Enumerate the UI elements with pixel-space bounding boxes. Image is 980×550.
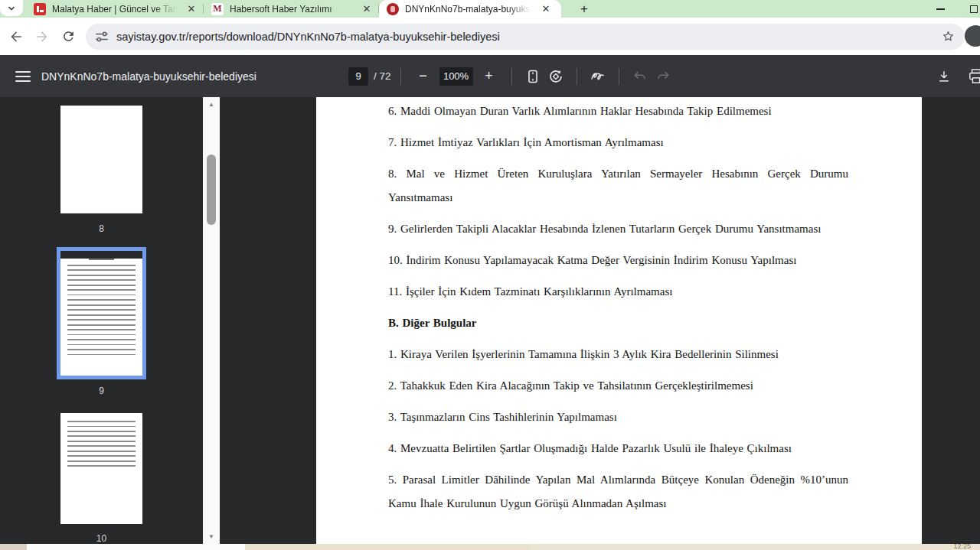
profile-avatar[interactable] bbox=[965, 25, 980, 47]
pdf-viewer-canvas[interactable]: 6. Maddi Olmayan Duran Varlık Alımlarını… bbox=[220, 97, 980, 544]
thumbnail-page-number: 10 bbox=[96, 533, 106, 544]
zoom-in-button[interactable]: + bbox=[478, 65, 501, 88]
undo-icon bbox=[632, 69, 648, 84]
url-text[interactable]: sayistay.gov.tr/reports/download/DNYnKnN… bbox=[116, 31, 941, 43]
tab-close-icon[interactable]: ✕ bbox=[540, 3, 552, 15]
browser-tab-1[interactable]: Malatya Haber | Güncel ve Tara✕ bbox=[26, 0, 204, 18]
sidebar-scrollbar[interactable]: ▲ ▼ bbox=[203, 97, 220, 544]
back-icon bbox=[8, 29, 24, 44]
desktop-taskbar-sliver: 12:25 bbox=[0, 544, 980, 550]
redo-button[interactable] bbox=[652, 65, 675, 88]
pdf-page-zoom-controls: 9 / 72 − 100% + bbox=[348, 55, 675, 97]
forward-icon bbox=[34, 29, 50, 44]
pdf-toolbar: DNYnKnNo7b-malatya-buyuksehir-belediyesi… bbox=[0, 55, 980, 97]
reload-icon bbox=[61, 29, 76, 44]
pdf-page: 6. Maddi Olmayan Duran Varlık Alımlarını… bbox=[316, 97, 922, 544]
undo-button[interactable] bbox=[629, 65, 652, 88]
annotate-pen-icon bbox=[590, 68, 606, 85]
document-paragraph: 1. Kiraya Verilen İşyerlerinin Tamamına … bbox=[388, 343, 848, 366]
taskbar-clock: 12:25 bbox=[953, 542, 971, 550]
tab-close-icon[interactable]: ✕ bbox=[361, 3, 373, 15]
document-paragraph: 5. Parasal Limitler Dâhilinde Yapılan Ma… bbox=[388, 468, 848, 516]
print-button[interactable] bbox=[965, 65, 980, 88]
print-icon bbox=[968, 69, 980, 84]
toolbar-divider bbox=[619, 68, 619, 85]
document-paragraph: 4. Mevzuatta Belirtilen Şartlar Oluşmadı… bbox=[388, 437, 848, 461]
selected-thumbnail-frame bbox=[57, 247, 146, 379]
pdf-toolbar-right bbox=[933, 55, 980, 97]
thumbnail-page-number: 9 bbox=[99, 386, 104, 396]
document-heading: B. Diğer Bulgular bbox=[388, 311, 848, 335]
reload-button[interactable] bbox=[55, 24, 81, 50]
red-badge-favicon-icon bbox=[34, 3, 46, 15]
document-paragraph: 7. Hizmet İmtiyaz Varlıkları İçin Amorti… bbox=[388, 131, 848, 155]
pdf-document-title: DNYnKnNo7b-malatya-buyuksehir-belediyesi bbox=[41, 70, 256, 83]
maximize-button[interactable] bbox=[957, 0, 980, 18]
thumbnail-sidebar: 8910 bbox=[0, 97, 203, 544]
page-thumbnail-10[interactable] bbox=[60, 413, 142, 524]
document-paragraph: 6. Maddi Olmayan Duran Varlık Alımlarını… bbox=[388, 99, 848, 123]
tab-title: Habersoft Haber Yazılımı bbox=[230, 4, 356, 15]
rotate-button[interactable] bbox=[544, 65, 567, 88]
maximize-icon bbox=[970, 5, 978, 13]
back-button[interactable] bbox=[3, 24, 29, 50]
toolbar-divider bbox=[400, 68, 401, 85]
forward-button[interactable] bbox=[29, 24, 55, 50]
zoom-level-input[interactable]: 100% bbox=[439, 67, 473, 86]
page-thumbnail-8[interactable] bbox=[60, 106, 142, 213]
tab-strip: Malatya Haber | Güncel ve Tara✕MHabersof… bbox=[0, 0, 980, 18]
document-paragraph: 11. İşçiler İçin Kıdem Tazminatı Karşılı… bbox=[388, 280, 848, 304]
bookmark-star-icon[interactable] bbox=[941, 29, 956, 44]
scroll-down-arrow-icon[interactable]: ▼ bbox=[203, 531, 220, 542]
annotate-button[interactable] bbox=[586, 65, 609, 88]
red-seal-favicon-icon bbox=[387, 3, 399, 15]
pdf-viewer-content: 8910 ▲ ▼ 6. Maddi Olmayan Duran Varlık A… bbox=[0, 97, 980, 544]
fit-page-icon bbox=[525, 69, 541, 84]
window-controls bbox=[923, 0, 980, 18]
page-number-input[interactable]: 9 bbox=[348, 67, 368, 86]
tab-title: DNYnKnNo7b-malatya-buyukse bbox=[405, 4, 535, 15]
crest-favicon-icon: M bbox=[211, 3, 224, 15]
site-settings-icon bbox=[95, 30, 109, 44]
document-paragraph: 8. Mal ve Hizmet Üreten Kuruluşlara Yatı… bbox=[388, 162, 848, 210]
download-button[interactable] bbox=[933, 65, 956, 88]
document-paragraph: 9. Gelirlerden Takipli Alacaklar Hesabın… bbox=[388, 217, 848, 241]
browser-window: Malatya Haber | Güncel ve Tara✕MHabersof… bbox=[0, 0, 980, 550]
toolbar-divider bbox=[577, 68, 577, 85]
tab-search-button[interactable] bbox=[0, 0, 23, 16]
minimize-icon bbox=[936, 8, 945, 10]
zoom-out-button[interactable]: − bbox=[412, 65, 435, 88]
address-bar[interactable]: sayistay.gov.tr/reports/download/DNYnKnN… bbox=[86, 24, 965, 50]
tab-close-icon[interactable]: ✕ bbox=[185, 3, 198, 15]
hamburger-icon bbox=[15, 71, 31, 73]
scroll-up-arrow-icon[interactable]: ▲ bbox=[203, 99, 220, 110]
pdf-menu-button[interactable] bbox=[15, 71, 31, 82]
browser-tab-3[interactable]: DNYnKnNo7b-malatya-buyukse✕ bbox=[379, 0, 561, 18]
document-paragraph: 2. Tahakkuk Eden Kira Alacağının Takip v… bbox=[388, 374, 848, 398]
minimize-button[interactable] bbox=[923, 0, 957, 18]
tab-title: Malatya Haber | Güncel ve Tara bbox=[52, 4, 181, 15]
document-paragraph: 3. Taşınmazların Cins Tashihlerinin Yapı… bbox=[388, 405, 848, 429]
address-bar-row: sayistay.gov.tr/reports/download/DNYnKnN… bbox=[0, 18, 980, 55]
fit-to-page-button[interactable] bbox=[521, 65, 544, 88]
redo-icon bbox=[655, 69, 671, 84]
thumbnail-page-number: 8 bbox=[99, 223, 104, 234]
page-thumbnail-9[interactable] bbox=[60, 259, 142, 376]
scrollbar-thumb[interactable] bbox=[207, 155, 216, 225]
chevron-down-icon bbox=[8, 5, 15, 12]
download-icon bbox=[936, 69, 952, 84]
tab-list: Malatya Haber | Güncel ve Tara✕MHabersof… bbox=[26, 0, 561, 18]
document-paragraph: 10. İndirim Konusu Yapılamayacak Katma D… bbox=[388, 249, 848, 272]
toolbar-divider bbox=[511, 68, 512, 85]
browser-tab-2[interactable]: MHabersoft Haber Yazılımı✕ bbox=[204, 0, 379, 18]
rotate-icon bbox=[548, 69, 564, 84]
new-tab-button[interactable]: + bbox=[575, 0, 593, 18]
page-count-label: / 72 bbox=[374, 70, 391, 82]
